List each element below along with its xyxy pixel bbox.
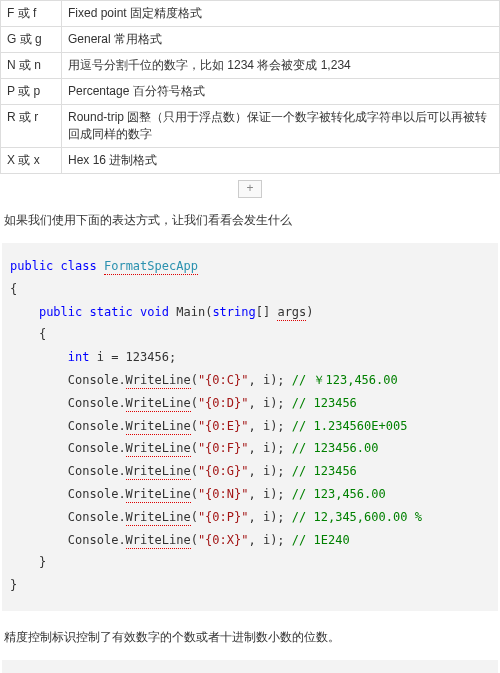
cell-desc: Fixed point 固定精度格式 [62, 1, 500, 27]
tail: , i); [248, 396, 291, 410]
cell-spec: F 或 f [1, 1, 62, 27]
dot: . [118, 464, 125, 478]
tail: , i); [248, 419, 291, 433]
table-row: P 或 p Percentage 百分符号格式 [1, 79, 500, 105]
table-row: R 或 r Round-trip 圆整（只用于浮点数）保证一个数字被转化成字符串… [1, 105, 500, 148]
cell-spec: N 或 n [1, 53, 62, 79]
comment: // 123456 [292, 396, 357, 410]
comment: // 1.234560E+005 [292, 419, 408, 433]
dot: . [118, 487, 125, 501]
dot: . [118, 419, 125, 433]
table-row: F 或 f Fixed point 固定精度格式 [1, 1, 500, 27]
obj: Console [68, 396, 119, 410]
cell-spec: X 或 x [1, 148, 62, 174]
dot: . [118, 373, 125, 387]
tail: , i); [248, 510, 291, 524]
tail: , i); [248, 533, 291, 547]
obj: Console [68, 441, 119, 455]
kw-class: class [61, 259, 97, 273]
kw-int: int [68, 350, 90, 364]
obj: Console [68, 487, 119, 501]
tail: , i); [248, 441, 291, 455]
table-row: X 或 x Hex 16 进制格式 [1, 148, 500, 174]
arg-args: args [277, 305, 306, 321]
fn-main: Main [176, 305, 205, 319]
kw-static: static [90, 305, 133, 319]
cell-desc: Hex 16 进制格式 [62, 148, 500, 174]
method: WriteLine [126, 533, 191, 549]
method: WriteLine [126, 510, 191, 526]
comment: // 123456 [292, 464, 357, 478]
add-row-control[interactable]: + [0, 180, 500, 198]
method: WriteLine [126, 419, 191, 435]
table-row: G 或 g General 常用格式 [1, 27, 500, 53]
cell-spec: R 或 r [1, 105, 62, 148]
cell-spec: G 或 g [1, 27, 62, 53]
cell-desc: 用逗号分割千位的数字，比如 1234 将会被变成 1,234 [62, 53, 500, 79]
method: WriteLine [126, 487, 191, 503]
plus-icon: + [238, 180, 262, 198]
code-block-2: Console.WriteLine("{0:C5}", i); // ￥123,… [2, 660, 498, 673]
paragraph-precision: 精度控制标识控制了有效数字的个数或者十进制数小数的位数。 [4, 629, 496, 646]
fmt: "{0:C}" [198, 373, 249, 387]
comment: // 123,456.00 [292, 487, 386, 501]
fmt: "{0:X}" [198, 533, 249, 547]
method: WriteLine [126, 396, 191, 412]
code-block-1: public class FormatSpecApp { public stat… [2, 243, 498, 611]
cell-spec: P 或 p [1, 79, 62, 105]
fmt: "{0:D}" [198, 396, 249, 410]
obj: Console [68, 419, 119, 433]
kw-void: void [140, 305, 169, 319]
decl: i = 123456; [89, 350, 176, 364]
dot: . [118, 510, 125, 524]
method: WriteLine [126, 441, 191, 457]
cell-desc: Round-trip 圆整（只用于浮点数）保证一个数字被转化成字符串以后可以再被… [62, 105, 500, 148]
comment: // 1E240 [292, 533, 350, 547]
obj: Console [68, 464, 119, 478]
kw-public: public [10, 259, 53, 273]
method: WriteLine [126, 373, 191, 389]
fmt: "{0:P}" [198, 510, 249, 524]
cell-desc: General 常用格式 [62, 27, 500, 53]
fmt: "{0:E}" [198, 419, 249, 433]
tail: , i); [248, 373, 291, 387]
obj: Console [68, 373, 119, 387]
cell-desc: Percentage 百分符号格式 [62, 79, 500, 105]
method: WriteLine [126, 464, 191, 480]
kw-public: public [39, 305, 82, 319]
fmt: "{0:N}" [198, 487, 249, 501]
fmt: "{0:F}" [198, 441, 249, 455]
comment: // ￥123,456.00 [292, 373, 398, 387]
kw-string: string [212, 305, 255, 319]
fmt: "{0:G}" [198, 464, 249, 478]
tail: , i); [248, 464, 291, 478]
dot: . [118, 441, 125, 455]
comment: // 12,345,600.00 % [292, 510, 422, 524]
obj: Console [68, 533, 119, 547]
format-table: F 或 f Fixed point 固定精度格式 G 或 g General 常… [0, 0, 500, 174]
comment: // 123456.00 [292, 441, 379, 455]
dot: . [118, 533, 125, 547]
paragraph-intro: 如果我们使用下面的表达方式，让我们看看会发生什么 [4, 212, 496, 229]
tail: , i); [248, 487, 291, 501]
type-name: FormatSpecApp [104, 259, 198, 275]
dot: . [118, 396, 125, 410]
table-row: N 或 n 用逗号分割千位的数字，比如 1234 将会被变成 1,234 [1, 53, 500, 79]
obj: Console [68, 510, 119, 524]
